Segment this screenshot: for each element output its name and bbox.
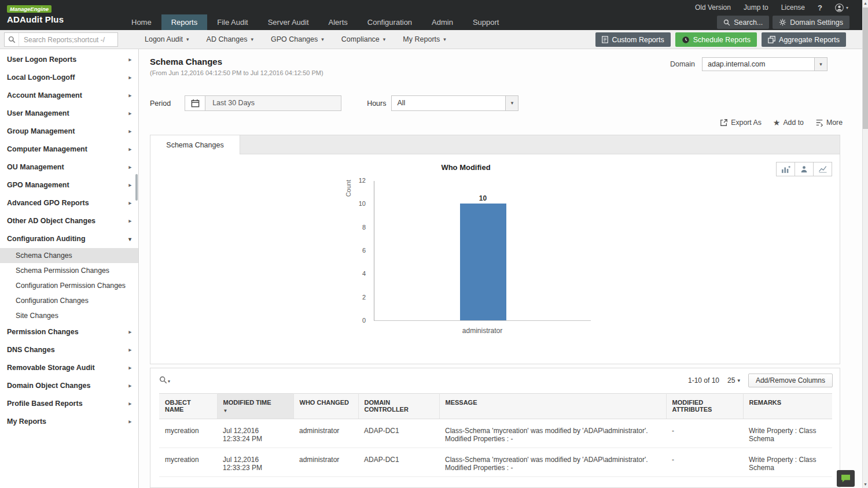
nav-item-reports[interactable]: Reports bbox=[161, 14, 208, 30]
chevron-right-icon: ▸ bbox=[128, 87, 131, 105]
custom-reports-button[interactable]: Custom Reports bbox=[595, 32, 670, 47]
chart-bar[interactable] bbox=[460, 204, 506, 320]
chart-panel: Who Modified Count 024681012 10 administ… bbox=[150, 154, 840, 364]
table-toolbar: ▾ 1-10 of 10 25 ▾ Add/Remove Columns bbox=[150, 368, 840, 393]
search-icon bbox=[159, 376, 167, 384]
chevron-right-icon: ▸ bbox=[128, 359, 131, 377]
cell-domain-controller: ADAP-DC1 bbox=[358, 448, 439, 477]
sidebar-subitem-configuration-changes[interactable]: Configuration Changes bbox=[0, 293, 138, 308]
user-menu[interactable]: ▾ bbox=[835, 3, 848, 12]
sidebar-item-user-management[interactable]: User Management▸ bbox=[0, 105, 138, 123]
chart-title: Who Modified bbox=[150, 163, 781, 172]
sidebar-item-my-reports[interactable]: My Reports▸ bbox=[0, 413, 138, 431]
calendar-button[interactable] bbox=[185, 95, 205, 111]
sidebar-item-other-ad-object-changes[interactable]: Other AD Object Changes▸ bbox=[0, 212, 138, 230]
export-as-button[interactable]: Export As bbox=[720, 119, 762, 127]
sidebar-item-advanced-gpo-reports[interactable]: Advanced GPO Reports▸ bbox=[0, 194, 138, 212]
sidebar-item-group-management[interactable]: Group Management▸ bbox=[0, 123, 138, 141]
license-link[interactable]: License bbox=[781, 3, 805, 12]
report-search-input[interactable] bbox=[19, 33, 117, 46]
menu-logon-audit[interactable]: Logon Audit▾ bbox=[145, 35, 189, 43]
menu-my-reports[interactable]: My Reports▾ bbox=[403, 35, 446, 43]
scroll-down-arrow-icon[interactable]: ▼ bbox=[863, 481, 868, 488]
sidebar-scrollbar-thumb[interactable] bbox=[135, 174, 138, 201]
sidebar-item-user-logon-reports[interactable]: User Logon Reports▸ bbox=[0, 51, 138, 69]
nav-item-file-audit[interactable]: File Audit bbox=[207, 14, 258, 30]
scrollbar-thumb[interactable] bbox=[863, 8, 868, 129]
add-to-button[interactable]: ★ Add to bbox=[773, 119, 804, 127]
search-button[interactable]: Search... bbox=[717, 16, 769, 29]
user-report-button[interactable] bbox=[795, 162, 814, 176]
sidebar-item-ou-management[interactable]: OU Management▸ bbox=[0, 158, 138, 176]
page-size-select[interactable]: 25 ▾ bbox=[727, 376, 740, 385]
star-icon: ★ bbox=[773, 119, 781, 126]
sidebar-subitem-schema-permission-changes[interactable]: Schema Permission Changes bbox=[0, 263, 138, 278]
tab-schema-changes[interactable]: Schema Changes bbox=[150, 135, 240, 154]
bar-chart-toggle-button[interactable] bbox=[776, 162, 795, 176]
jump-to-link[interactable]: Jump to bbox=[744, 3, 768, 12]
cell-object-name: mycreation bbox=[159, 448, 217, 477]
export-icon bbox=[720, 119, 728, 127]
sidebar-item-permission-changes[interactable]: Permission Changes▸ bbox=[0, 323, 138, 341]
chevron-right-icon: ▸ bbox=[128, 69, 131, 87]
search-icon[interactable] bbox=[5, 33, 19, 46]
old-version-link[interactable]: Old Version bbox=[695, 3, 731, 12]
column-header-domain-controller[interactable]: DOMAIN CONTROLLER bbox=[358, 394, 439, 419]
toolbar-actions: Custom Reports Schedule Reports Aggregat… bbox=[595, 32, 846, 47]
nav-item-admin[interactable]: Admin bbox=[422, 14, 463, 30]
period-input[interactable]: Last 30 Days bbox=[205, 95, 341, 111]
more-button[interactable]: More bbox=[815, 119, 843, 127]
cell-domain-controller: ADAP-DC1 bbox=[358, 419, 439, 448]
hours-select[interactable]: All ▾ bbox=[391, 95, 518, 111]
domain-select[interactable]: adap.internal.com ▾ bbox=[702, 57, 827, 71]
user-icon bbox=[800, 165, 808, 173]
vertical-scrollbar[interactable]: ▲ ▼ bbox=[862, 0, 868, 488]
sidebar-item-removable-storage-audit[interactable]: Removable Storage Audit▸ bbox=[0, 359, 138, 377]
chart-y-ticks: 024681012 bbox=[347, 181, 366, 321]
column-header-object-name[interactable]: OBJECT NAME bbox=[159, 394, 217, 419]
help-icon[interactable]: ? bbox=[818, 3, 822, 12]
chart-bar-value-label: 10 bbox=[460, 194, 506, 202]
column-header-modified-attributes[interactable]: MODIFIED ATTRIBUTES bbox=[666, 394, 743, 419]
bar-chart-add-icon bbox=[781, 165, 790, 173]
sidebar-item-local-logon-logoff[interactable]: Local Logon-Logoff▸ bbox=[0, 69, 138, 87]
menu-ad-changes[interactable]: AD Changes▾ bbox=[207, 35, 253, 43]
report-search-box bbox=[4, 32, 118, 47]
top-header: ManageEngine ADAudit Plus Old Version Ju… bbox=[0, 0, 868, 30]
nav-item-alerts[interactable]: Alerts bbox=[319, 14, 358, 30]
domain-settings-button[interactable]: Domain Settings bbox=[773, 16, 849, 29]
sidebar-item-account-management[interactable]: Account Management▸ bbox=[0, 87, 138, 105]
sidebar-subitem-site-changes[interactable]: Site Changes bbox=[0, 308, 138, 323]
nav-item-server-audit[interactable]: Server Audit bbox=[258, 14, 319, 30]
cell-modified-time: Jul 12,2016 12:33:23 PM bbox=[217, 448, 293, 477]
menu-compliance[interactable]: Compliance▾ bbox=[341, 35, 386, 43]
sidebar-item-dns-changes[interactable]: DNS Changes▸ bbox=[0, 341, 138, 359]
chart-plot: 10 bbox=[374, 181, 591, 321]
chat-widget-button[interactable] bbox=[837, 470, 855, 487]
sidebar-subitem-configuration-permission-changes[interactable]: Configuration Permission Changes bbox=[0, 278, 138, 293]
column-header-message[interactable]: MESSAGE bbox=[439, 394, 666, 419]
chevron-right-icon: ▸ bbox=[128, 194, 131, 212]
column-header-modified-time[interactable]: MODIFIED TIME▼ bbox=[217, 394, 293, 419]
column-header-who-changed[interactable]: WHO CHANGED bbox=[293, 394, 358, 419]
chevron-down-icon: ▾ bbox=[168, 379, 170, 384]
nav-item-home[interactable]: Home bbox=[122, 14, 161, 30]
add-remove-columns-button[interactable]: Add/Remove Columns bbox=[748, 374, 833, 387]
nav-item-configuration[interactable]: Configuration bbox=[358, 14, 422, 30]
aggregate-reports-button[interactable]: Aggregate Reports bbox=[762, 32, 846, 47]
table-search-button[interactable]: ▾ bbox=[159, 376, 170, 384]
menu-gpo-changes[interactable]: GPO Changes▾ bbox=[271, 35, 324, 43]
line-chart-toggle-button[interactable] bbox=[813, 162, 832, 176]
sidebar-item-profile-based-reports[interactable]: Profile Based Reports▸ bbox=[0, 395, 138, 413]
column-header-remarks[interactable]: REMARKS bbox=[743, 394, 832, 419]
sidebar-item-domain-object-changes[interactable]: Domain Object Changes▸ bbox=[0, 377, 138, 395]
schema-changes-table: OBJECT NAME MODIFIED TIME▼ WHO CHANGED D… bbox=[159, 393, 832, 477]
chevron-down-icon: ▾ bbox=[321, 36, 324, 42]
sidebar-item-computer-management[interactable]: Computer Management▸ bbox=[0, 141, 138, 158]
scroll-up-arrow-icon[interactable]: ▲ bbox=[863, 0, 868, 7]
schedule-reports-button[interactable]: Schedule Reports bbox=[675, 32, 757, 47]
sidebar-item-gpo-management[interactable]: GPO Management▸ bbox=[0, 176, 138, 194]
nav-item-support[interactable]: Support bbox=[463, 14, 509, 30]
sidebar-subitem-schema-changes[interactable]: Schema Changes bbox=[0, 248, 138, 263]
sidebar-item-configuration-auditing[interactable]: Configuration Auditing▾ bbox=[0, 230, 138, 248]
